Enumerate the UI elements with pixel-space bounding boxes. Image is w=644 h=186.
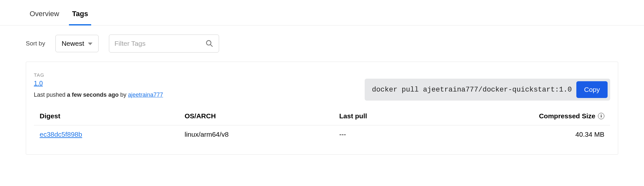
last-pushed-by: by <box>119 92 128 98</box>
size-value: 40.34 MB <box>507 131 604 138</box>
pull-command-text[interactable]: docker pull ajeetraina777/docker-quickst… <box>372 86 572 94</box>
caret-down-icon <box>88 43 92 45</box>
last-pushed-text: Last pushed a few seconds ago by ajeetra… <box>34 92 163 98</box>
tag-heading-label: TAG <box>34 72 163 78</box>
size-header-text: Compressed Size <box>539 112 595 120</box>
svg-line-1 <box>210 44 213 47</box>
tabs-bar: Overview Tags <box>0 0 644 25</box>
search-icon <box>205 39 214 48</box>
info-icon[interactable] <box>598 113 604 119</box>
tag-table: Digest OS/ARCH Last pull Compressed Size… <box>34 107 610 143</box>
controls-row: Sort by Newest <box>0 25 644 62</box>
lastpull-value: --- <box>339 131 507 138</box>
tag-version-link[interactable]: 1.0 <box>34 80 43 87</box>
tag-card: TAG 1.0 Last pushed a few seconds ago by… <box>26 62 618 155</box>
table-row: ec38dc5f898b linux/arm64/v8 --- 40.34 MB <box>34 125 610 143</box>
sort-dropdown[interactable]: Newest <box>55 35 99 52</box>
digest-link[interactable]: ec38dc5f898b <box>40 131 82 138</box>
filter-input[interactable] <box>114 40 205 47</box>
filter-tags-field[interactable] <box>109 34 219 53</box>
col-header-digest: Digest <box>40 112 185 120</box>
tag-header: TAG 1.0 Last pushed a few seconds ago by… <box>34 72 610 101</box>
col-header-osarch: OS/ARCH <box>185 112 339 120</box>
osarch-value: linux/arm64/v8 <box>185 131 339 138</box>
tab-overview[interactable]: Overview <box>30 0 59 25</box>
last-pushed-prefix: Last pushed <box>34 92 67 98</box>
pusher-user-link[interactable]: ajeetraina777 <box>128 92 163 98</box>
table-header-row: Digest OS/ARCH Last pull Compressed Size <box>34 107 610 125</box>
sort-by-label: Sort by <box>26 40 45 47</box>
sort-value: Newest <box>62 40 84 47</box>
last-pushed-time: a few seconds ago <box>67 92 119 98</box>
col-header-size: Compressed Size <box>507 112 604 120</box>
svg-point-0 <box>207 41 211 45</box>
col-header-lastpull: Last pull <box>339 112 507 120</box>
pull-command-box: docker pull ajeetraina777/docker-quickst… <box>365 79 610 101</box>
copy-button[interactable]: Copy <box>576 81 608 98</box>
tab-tags[interactable]: Tags <box>72 0 88 25</box>
